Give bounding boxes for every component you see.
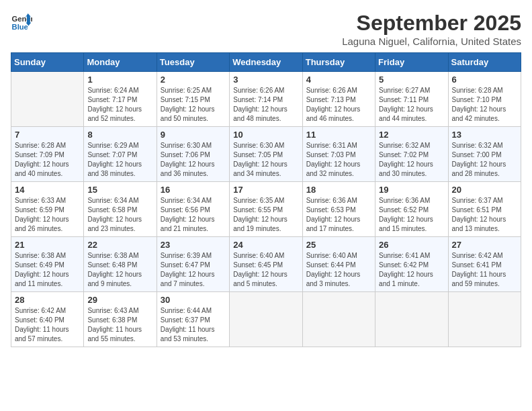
location-title: Laguna Niguel, California, United States	[342, 36, 521, 47]
day-number: 10	[233, 130, 298, 140]
calendar-table: SundayMondayTuesdayWednesdayThursdayFrid…	[11, 52, 521, 347]
calendar-cell: 8Sunrise: 6:29 AMSunset: 7:07 PMDaylight…	[84, 127, 157, 182]
calendar-cell: 2Sunrise: 6:25 AMSunset: 7:15 PMDaylight…	[157, 72, 229, 127]
day-number: 9	[161, 130, 226, 140]
day-number: 11	[306, 130, 371, 140]
calendar-cell	[11, 72, 84, 127]
calendar-cell: 29Sunrise: 6:43 AMSunset: 6:38 PMDayligh…	[84, 292, 157, 347]
calendar-cell: 13Sunrise: 6:32 AMSunset: 7:00 PMDayligh…	[448, 127, 521, 182]
day-info: Sunrise: 6:39 AMSunset: 6:47 PMDaylight:…	[161, 251, 226, 289]
day-info: Sunrise: 6:28 AMSunset: 7:10 PMDaylight:…	[452, 86, 517, 124]
calendar-cell: 4Sunrise: 6:26 AMSunset: 7:13 PMDaylight…	[302, 72, 375, 127]
weekday-header-friday: Friday	[375, 53, 448, 72]
day-number: 3	[233, 75, 298, 85]
day-info: Sunrise: 6:26 AMSunset: 7:14 PMDaylight:…	[233, 86, 298, 124]
day-info: Sunrise: 6:35 AMSunset: 6:55 PMDaylight:…	[233, 196, 298, 234]
svg-text:Blue: Blue	[12, 23, 28, 31]
day-info: Sunrise: 6:25 AMSunset: 7:15 PMDaylight:…	[161, 86, 226, 124]
day-number: 1	[87, 75, 152, 85]
calendar-cell: 23Sunrise: 6:39 AMSunset: 6:47 PMDayligh…	[157, 237, 229, 292]
day-number: 12	[379, 130, 444, 140]
calendar-cell: 30Sunrise: 6:44 AMSunset: 6:37 PMDayligh…	[157, 292, 229, 347]
title-block: September 2025 Laguna Niguel, California…	[342, 11, 521, 47]
calendar-cell: 26Sunrise: 6:41 AMSunset: 6:42 PMDayligh…	[375, 237, 448, 292]
day-info: Sunrise: 6:28 AMSunset: 7:09 PMDaylight:…	[15, 141, 80, 179]
day-info: Sunrise: 6:36 AMSunset: 6:52 PMDaylight:…	[379, 196, 444, 234]
day-info: Sunrise: 6:38 AMSunset: 6:48 PMDaylight:…	[87, 251, 152, 289]
day-number: 23	[161, 240, 226, 250]
day-number: 5	[379, 75, 444, 85]
weekday-header-saturday: Saturday	[448, 53, 521, 72]
weekday-header-wednesday: Wednesday	[230, 53, 302, 72]
day-info: Sunrise: 6:26 AMSunset: 7:13 PMDaylight:…	[306, 86, 371, 124]
day-info: Sunrise: 6:42 AMSunset: 6:40 PMDaylight:…	[15, 306, 80, 344]
day-number: 28	[15, 295, 80, 305]
day-number: 21	[15, 240, 80, 250]
day-info: Sunrise: 6:41 AMSunset: 6:42 PMDaylight:…	[379, 251, 444, 289]
day-info: Sunrise: 6:31 AMSunset: 7:03 PMDaylight:…	[306, 141, 371, 179]
calendar-cell: 5Sunrise: 6:27 AMSunset: 7:11 PMDaylight…	[375, 72, 448, 127]
day-info: Sunrise: 6:33 AMSunset: 6:59 PMDaylight:…	[15, 196, 80, 234]
weekday-header-tuesday: Tuesday	[157, 53, 229, 72]
day-info: Sunrise: 6:43 AMSunset: 6:38 PMDaylight:…	[87, 306, 152, 344]
day-info: Sunrise: 6:29 AMSunset: 7:07 PMDaylight:…	[87, 141, 152, 179]
calendar-cell: 10Sunrise: 6:30 AMSunset: 7:05 PMDayligh…	[230, 127, 302, 182]
calendar-cell: 7Sunrise: 6:28 AMSunset: 7:09 PMDaylight…	[11, 127, 84, 182]
week-row-4: 21Sunrise: 6:38 AMSunset: 6:49 PMDayligh…	[11, 237, 521, 292]
day-number: 20	[452, 185, 517, 195]
calendar-cell: 22Sunrise: 6:38 AMSunset: 6:48 PMDayligh…	[84, 237, 157, 292]
weekday-header-row: SundayMondayTuesdayWednesdayThursdayFrid…	[11, 53, 521, 72]
day-number: 25	[306, 240, 371, 250]
day-number: 7	[15, 130, 80, 140]
calendar-cell: 15Sunrise: 6:34 AMSunset: 6:58 PMDayligh…	[84, 182, 157, 237]
calendar-cell: 21Sunrise: 6:38 AMSunset: 6:49 PMDayligh…	[11, 237, 84, 292]
day-info: Sunrise: 6:30 AMSunset: 7:05 PMDaylight:…	[233, 141, 298, 179]
day-info: Sunrise: 6:32 AMSunset: 7:02 PMDaylight:…	[379, 141, 444, 179]
calendar-cell: 17Sunrise: 6:35 AMSunset: 6:55 PMDayligh…	[230, 182, 302, 237]
weekday-header-sunday: Sunday	[11, 53, 84, 72]
day-info: Sunrise: 6:34 AMSunset: 6:58 PMDaylight:…	[87, 196, 152, 234]
day-info: Sunrise: 6:38 AMSunset: 6:49 PMDaylight:…	[15, 251, 80, 289]
week-row-5: 28Sunrise: 6:42 AMSunset: 6:40 PMDayligh…	[11, 292, 521, 347]
calendar-cell	[375, 292, 448, 347]
calendar-cell: 25Sunrise: 6:40 AMSunset: 6:44 PMDayligh…	[302, 237, 375, 292]
day-number: 26	[379, 240, 444, 250]
day-info: Sunrise: 6:24 AMSunset: 7:17 PMDaylight:…	[87, 86, 152, 124]
day-number: 14	[15, 185, 80, 195]
calendar-cell	[448, 292, 521, 347]
day-number: 19	[379, 185, 444, 195]
logo-icon: General Blue	[11, 11, 32, 32]
calendar-cell: 11Sunrise: 6:31 AMSunset: 7:03 PMDayligh…	[302, 127, 375, 182]
day-info: Sunrise: 6:30 AMSunset: 7:06 PMDaylight:…	[161, 141, 226, 179]
day-info: Sunrise: 6:32 AMSunset: 7:00 PMDaylight:…	[452, 141, 517, 179]
day-number: 18	[306, 185, 371, 195]
day-number: 30	[161, 295, 226, 305]
day-number: 17	[233, 185, 298, 195]
day-info: Sunrise: 6:42 AMSunset: 6:41 PMDaylight:…	[452, 251, 517, 289]
day-info: Sunrise: 6:44 AMSunset: 6:37 PMDaylight:…	[161, 306, 226, 344]
week-row-3: 14Sunrise: 6:33 AMSunset: 6:59 PMDayligh…	[11, 182, 521, 237]
calendar-cell: 18Sunrise: 6:36 AMSunset: 6:53 PMDayligh…	[302, 182, 375, 237]
day-number: 8	[87, 130, 152, 140]
day-info: Sunrise: 6:37 AMSunset: 6:51 PMDaylight:…	[452, 196, 517, 234]
day-info: Sunrise: 6:40 AMSunset: 6:45 PMDaylight:…	[233, 251, 298, 289]
day-number: 16	[161, 185, 226, 195]
day-info: Sunrise: 6:36 AMSunset: 6:53 PMDaylight:…	[306, 196, 371, 234]
calendar-cell: 19Sunrise: 6:36 AMSunset: 6:52 PMDayligh…	[375, 182, 448, 237]
calendar-cell: 1Sunrise: 6:24 AMSunset: 7:17 PMDaylight…	[84, 72, 157, 127]
day-number: 24	[233, 240, 298, 250]
day-number: 2	[161, 75, 226, 85]
day-number: 29	[87, 295, 152, 305]
week-row-2: 7Sunrise: 6:28 AMSunset: 7:09 PMDaylight…	[11, 127, 521, 182]
calendar-cell: 6Sunrise: 6:28 AMSunset: 7:10 PMDaylight…	[448, 72, 521, 127]
page-header: General Blue September 2025 Laguna Nigue…	[11, 11, 521, 47]
day-number: 13	[452, 130, 517, 140]
month-title: September 2025	[342, 11, 521, 36]
weekday-header-monday: Monday	[84, 53, 157, 72]
calendar-cell: 12Sunrise: 6:32 AMSunset: 7:02 PMDayligh…	[375, 127, 448, 182]
week-row-1: 1Sunrise: 6:24 AMSunset: 7:17 PMDaylight…	[11, 72, 521, 127]
day-number: 27	[452, 240, 517, 250]
weekday-header-thursday: Thursday	[302, 53, 375, 72]
day-info: Sunrise: 6:40 AMSunset: 6:44 PMDaylight:…	[306, 251, 371, 289]
day-number: 6	[452, 75, 517, 85]
